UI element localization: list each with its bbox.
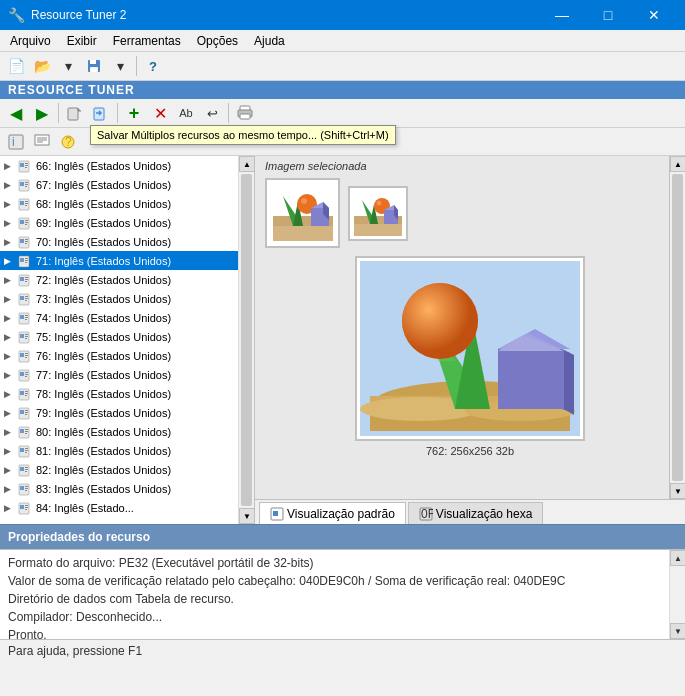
svg-rect-67 [25,334,28,335]
svg-rect-94 [25,433,27,434]
toolbar-header: RESOURCE TUNER [0,81,685,99]
tree-item-66[interactable]: ▶ 66: Inglês (Estados Unidos) [0,156,238,175]
tree-item-icon [18,177,34,193]
tree-item-72[interactable]: ▶ 72: Inglês (Estados Unidos) [0,270,238,289]
info-panel: Formato do arquivo: PE32 (Executável por… [0,549,685,639]
minimize-button[interactable]: — [539,0,585,30]
expand-icon: ▶ [4,332,18,342]
delete-button[interactable]: ✕ [148,101,172,125]
tree-item-label: 83: Inglês (Estados Unidos) [36,483,171,495]
toolbar-separator-1 [136,56,137,76]
close-button[interactable]: ✕ [631,0,677,30]
svg-rect-2 [90,67,98,72]
open-arrow[interactable]: ▾ [56,54,80,78]
next-button[interactable]: ▶ [30,101,54,125]
menu-ajuda[interactable]: Ajuda [246,30,293,52]
help-button[interactable]: ? [141,54,165,78]
save-button[interactable] [82,54,106,78]
svg-rect-104 [25,471,27,472]
info-scroll-down[interactable]: ▼ [670,623,685,639]
tree-item-83[interactable]: ▶ 83: Inglês (Estados Unidos) [0,479,238,498]
tool-icon-2[interactable] [30,130,54,154]
expand-icon: ▶ [4,294,18,304]
tree-item-75[interactable]: ▶ 75: Inglês (Estados Unidos) [0,327,238,346]
tree-item-80[interactable]: ▶ 80: Inglês (Estados Unidos) [0,422,238,441]
svg-rect-88 [25,412,28,413]
svg-rect-31 [20,201,24,205]
tool-icon-1[interactable]: i [4,130,28,154]
right-scroll-up[interactable]: ▲ [670,156,685,172]
tree-item-81[interactable]: ▶ 81: Inglês (Estados Unidos) [0,441,238,460]
add-button[interactable]: + [122,101,146,125]
tree-item-76[interactable]: ▶ 76: Inglês (Estados Unidos) [0,346,238,365]
expand-icon: ▶ [4,465,18,475]
print-button[interactable] [233,101,257,125]
tree-item-69[interactable]: ▶ 69: Inglês (Estados Unidos) [0,213,238,232]
tree-item-82[interactable]: ▶ 82: Inglês (Estados Unidos) [0,460,238,479]
svg-rect-66 [20,334,24,338]
svg-rect-52 [25,277,28,278]
open-button[interactable]: 📂 [30,54,54,78]
tree-item-label: 70: Inglês (Estados Unidos) [36,236,171,248]
menu-opcoes[interactable]: Opções [189,30,246,52]
rename-button[interactable]: Ab [174,101,198,125]
tree-item-icon [18,272,34,288]
tree-item-label: 67: Inglês (Estados Unidos) [36,179,171,191]
scroll-up-arrow[interactable]: ▲ [239,156,255,172]
tree-item-77[interactable]: ▶ 77: Inglês (Estados Unidos) [0,365,238,384]
status-bar: Para ajuda, pressione F1 [0,639,685,661]
svg-rect-79 [25,376,27,377]
main-content: ▶ 66: Inglês (Estados Unidos) ▶ [0,156,685,524]
tree-item-icon [18,481,34,497]
svg-rect-44 [25,243,27,244]
tree-item-71[interactable]: ▶ 71: Inglês (Estados Unidos) [0,251,238,270]
expand-icon: ▶ [4,408,18,418]
svg-rect-103 [25,469,28,470]
thumbnail-2[interactable] [348,186,408,241]
tree-item-label: 73: Inglês (Estados Unidos) [36,293,171,305]
new-button[interactable]: 📄 [4,54,28,78]
tree-item-icon [18,158,34,174]
undo-button[interactable]: ↩ [200,101,224,125]
toolbar-separator-4 [228,103,229,123]
tree-item-67[interactable]: ▶ 67: Inglês (Estados Unidos) [0,175,238,194]
prev-button[interactable]: ◀ [4,101,28,125]
save-arrow[interactable]: ▾ [108,54,132,78]
tab-standard-view[interactable]: Visualização padrão [259,502,406,524]
info-scroll-up[interactable]: ▲ [670,550,685,566]
expand-icon: ▶ [4,313,18,323]
tree-item-78[interactable]: ▶ 78: Inglês (Estados Unidos) [0,384,238,403]
tree-item-84[interactable]: ▶ 84: Inglês (Estado... [0,498,238,517]
expand-icon: ▶ [4,503,18,513]
svg-text:?: ? [65,135,72,149]
svg-rect-36 [20,220,24,224]
tool-icon-3[interactable]: ? [56,130,80,154]
thumbnail-1[interactable] [265,178,340,248]
expand-icon: ▶ [4,275,18,285]
menu-ferramentas[interactable]: Ferramentas [105,30,189,52]
tree-item-79[interactable]: ▶ 79: Inglês (Estados Unidos) [0,403,238,422]
svg-rect-68 [25,336,28,337]
right-scroll-down[interactable]: ▼ [670,483,685,499]
svg-rect-108 [25,488,28,489]
maximize-button[interactable]: □ [585,0,631,30]
tree-item-label: 68: Inglês (Estados Unidos) [36,198,171,210]
export-button[interactable] [63,101,87,125]
tree-item-74[interactable]: ▶ 74: Inglês (Estados Unidos) [0,308,238,327]
svg-rect-82 [25,391,28,392]
info-line-4: Compilador: Desconhecido... [8,608,677,626]
import-button[interactable] [89,101,113,125]
tree-item-icon [18,348,34,364]
scroll-down-arrow[interactable]: ▼ [239,508,255,524]
expand-icon: ▶ [4,199,18,209]
svg-rect-43 [25,241,28,242]
menu-arquivo[interactable]: Arquivo [2,30,59,52]
tree-item-73[interactable]: ▶ 73: Inglês (Estados Unidos) [0,289,238,308]
svg-rect-54 [25,281,27,282]
menu-exibir[interactable]: Exibir [59,30,105,52]
tab-hex-view[interactable]: 0F Visualização hexa [408,502,544,524]
expand-icon: ▶ [4,389,18,399]
tree-item-icon [18,329,34,345]
tree-item-68[interactable]: ▶ 68: Inglês (Estados Unidos) [0,194,238,213]
tree-item-70[interactable]: ▶ 70: Inglês (Estados Unidos) [0,232,238,251]
